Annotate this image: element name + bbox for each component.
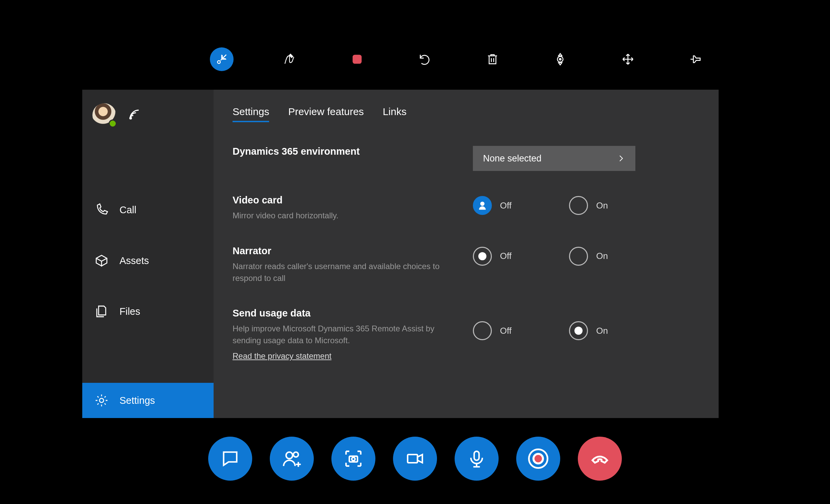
content-area: Settings Preview features Links Dynamics… — [214, 90, 719, 418]
row-desc: Mirror video card horizontally. — [233, 210, 449, 222]
svg-rect-1 — [353, 55, 362, 64]
phone-icon — [94, 203, 109, 217]
video-off-radio[interactable]: Off — [473, 196, 511, 215]
settings-panel: Call Assets Files Settings — [82, 90, 719, 418]
video-button[interactable] — [393, 437, 437, 481]
chevron-right-icon — [617, 154, 625, 162]
nav-item-files[interactable]: Files — [82, 286, 214, 337]
pointer-collapse-button[interactable] — [210, 47, 234, 71]
radio-indicator — [473, 321, 492, 340]
end-call-button[interactable] — [578, 437, 622, 481]
radio-indicator — [473, 196, 492, 215]
privacy-link[interactable]: Read the privacy statement — [233, 351, 331, 361]
radio-label: Off — [500, 326, 511, 336]
nav-item-assets[interactable]: Assets — [82, 235, 214, 286]
nav-item-settings[interactable]: Settings — [82, 383, 214, 418]
stop-record-button[interactable] — [345, 47, 369, 71]
capture-button[interactable] — [331, 437, 375, 481]
svg-point-4 — [130, 117, 132, 119]
call-control-bar — [0, 437, 830, 481]
signal-icon — [128, 108, 141, 122]
annotation-toolbar — [210, 47, 707, 71]
row-title: Send usage data — [233, 308, 449, 319]
tab-settings[interactable]: Settings — [233, 106, 269, 122]
row-desc: Narrator reads caller's username and ava… — [233, 261, 449, 284]
tab-preview-features[interactable]: Preview features — [288, 106, 364, 122]
profile-area — [82, 90, 214, 140]
record-button[interactable] — [516, 437, 560, 481]
usage-on-radio[interactable]: On — [569, 321, 608, 340]
usage-off-radio[interactable]: Off — [473, 321, 511, 340]
env-selector[interactable]: None selected — [473, 146, 635, 171]
svg-point-3 — [560, 59, 561, 60]
video-on-radio[interactable]: On — [569, 196, 608, 215]
move-arrows-button[interactable] — [616, 47, 640, 71]
narrator-on-radio[interactable]: On — [569, 247, 608, 266]
ink-pen-button[interactable] — [278, 47, 301, 71]
row-title: Dynamics 365 environment — [233, 146, 449, 157]
chat-button[interactable] — [208, 437, 252, 481]
row-usage-data: Send usage data Help improve Microsoft D… — [233, 308, 700, 361]
nav-list: Call Assets Files Settings — [82, 140, 214, 418]
sidebar: Call Assets Files Settings — [82, 90, 214, 418]
env-value: None selected — [483, 153, 542, 164]
pin-button[interactable] — [684, 47, 707, 71]
nav-label: Files — [119, 306, 140, 317]
avatar[interactable] — [92, 103, 116, 127]
mic-button[interactable] — [455, 437, 499, 481]
target-button[interactable] — [548, 47, 572, 71]
row-video-card: Video card Mirror video card horizontall… — [233, 195, 700, 222]
svg-point-10 — [352, 457, 355, 461]
box-icon — [94, 254, 109, 268]
radio-label: Off — [500, 251, 511, 261]
svg-point-5 — [100, 398, 104, 402]
radio-label: On — [596, 326, 608, 336]
nav-label: Call — [119, 204, 136, 216]
svg-point-6 — [480, 202, 485, 206]
nav-label: Assets — [119, 255, 149, 266]
radio-indicator — [569, 196, 588, 215]
svg-rect-12 — [474, 451, 479, 460]
nav-label: Settings — [119, 395, 155, 406]
files-icon — [94, 304, 109, 319]
row-dynamics-env: Dynamics 365 environment None selected — [233, 146, 700, 171]
radio-indicator — [569, 247, 588, 266]
add-participants-button[interactable] — [270, 437, 314, 481]
radio-indicator — [473, 247, 492, 266]
row-title: Narrator — [233, 245, 449, 257]
svg-point-8 — [293, 452, 299, 457]
svg-point-0 — [218, 61, 220, 63]
svg-rect-11 — [408, 455, 417, 463]
narrator-off-radio[interactable]: Off — [473, 247, 511, 266]
radio-label: Off — [500, 200, 511, 211]
radio-label: On — [596, 251, 608, 261]
gear-icon — [94, 393, 109, 408]
tab-links[interactable]: Links — [383, 106, 407, 122]
delete-button[interactable] — [481, 47, 504, 71]
row-title: Video card — [233, 195, 449, 206]
presence-badge — [109, 119, 117, 128]
undo-button[interactable] — [413, 47, 437, 71]
svg-point-7 — [286, 452, 292, 459]
row-desc: Help improve Microsoft Dynamics 365 Remo… — [233, 323, 449, 347]
radio-label: On — [596, 200, 608, 211]
nav-item-call[interactable]: Call — [82, 184, 214, 235]
row-narrator: Narrator Narrator reads caller's usernam… — [233, 245, 700, 284]
radio-indicator — [569, 321, 588, 340]
tabs: Settings Preview features Links — [233, 106, 700, 122]
